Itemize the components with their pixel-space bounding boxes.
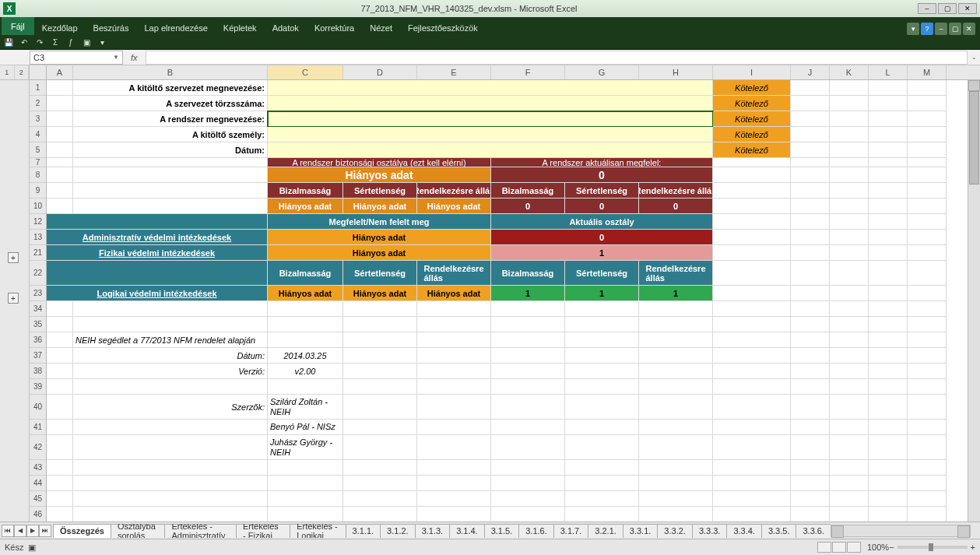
view-pagebreak-icon[interactable] bbox=[847, 542, 861, 553]
sheet-tab-10[interactable]: 3.1.6. bbox=[518, 524, 554, 538]
macro-record-icon[interactable]: ▣ bbox=[28, 543, 36, 553]
cell-J[interactable] bbox=[791, 332, 830, 348]
tab-nav-next-icon[interactable]: ▶ bbox=[26, 525, 39, 537]
cell-C[interactable]: Benyó Pál - NISz bbox=[268, 420, 343, 435]
mandatory-r3[interactable]: Kötelező bbox=[713, 111, 791, 127]
ribbon-minimize-icon[interactable]: ▾ bbox=[907, 23, 919, 35]
cell-L[interactable] bbox=[869, 379, 908, 395]
cell-A[interactable] bbox=[47, 167, 73, 183]
cell-M[interactable] bbox=[908, 507, 947, 522]
rowhead-1[interactable]: 1 bbox=[30, 80, 46, 96]
cell-C[interactable] bbox=[268, 460, 343, 476]
cell-H[interactable] bbox=[639, 348, 713, 364]
cell-M[interactable] bbox=[908, 348, 947, 364]
h-biz-r[interactable]: Bizalmasság bbox=[491, 183, 565, 198]
cell-L[interactable] bbox=[869, 80, 908, 96]
cell-K[interactable] bbox=[830, 507, 869, 522]
rowhead-21[interactable]: 21 bbox=[30, 245, 46, 261]
r23e[interactable]: Hiányos adat bbox=[417, 286, 491, 301]
rowhead-46[interactable]: 46 bbox=[30, 507, 46, 522]
cell-A[interactable] bbox=[47, 317, 73, 332]
name-box[interactable]: C3 ▼ bbox=[30, 51, 123, 65]
sec-zero-8[interactable]: 0 bbox=[491, 167, 713, 183]
cell-M[interactable] bbox=[908, 491, 947, 507]
colhead-F[interactable]: F bbox=[491, 65, 565, 79]
cell-F[interactable] bbox=[491, 301, 565, 317]
scroll-up-icon[interactable] bbox=[968, 80, 980, 91]
cell-M[interactable] bbox=[908, 96, 947, 111]
cell-K[interactable] bbox=[830, 183, 869, 198]
cell-J[interactable] bbox=[791, 317, 830, 332]
colhead-I[interactable]: I bbox=[713, 65, 791, 79]
sheet-tab-8[interactable]: 3.1.4. bbox=[449, 524, 485, 538]
cell-K[interactable] bbox=[830, 348, 869, 364]
mandatory-r5[interactable]: Kötelező bbox=[713, 142, 791, 158]
cell-E[interactable] bbox=[417, 420, 491, 435]
cell-K[interactable] bbox=[830, 286, 869, 301]
tab-pagelayout[interactable]: Lap elrendezése bbox=[136, 21, 215, 35]
save-icon[interactable]: 💾 bbox=[3, 37, 14, 47]
cell-J[interactable] bbox=[791, 80, 830, 96]
sheet-tab-11[interactable]: 3.1.7. bbox=[553, 524, 589, 538]
rowhead-8[interactable]: 8 bbox=[30, 167, 46, 183]
cell-H[interactable] bbox=[639, 420, 713, 435]
group-log[interactable]: Logikai védelmi intézkedések bbox=[47, 286, 268, 301]
cell-F[interactable] bbox=[491, 435, 565, 460]
cell-M[interactable] bbox=[908, 379, 947, 395]
rowhead-38[interactable]: 38 bbox=[30, 364, 46, 379]
cell-A[interactable] bbox=[47, 96, 73, 111]
cell-E[interactable] bbox=[417, 332, 491, 348]
cell-H[interactable] bbox=[639, 491, 713, 507]
rowhead-5[interactable]: 5 bbox=[30, 142, 46, 158]
minimize-button[interactable]: – bbox=[918, 3, 936, 14]
cell-F[interactable] bbox=[491, 460, 565, 476]
mandatory-r2[interactable]: Kötelező bbox=[713, 96, 791, 111]
h-sert-l[interactable]: Sértetlenség bbox=[343, 183, 417, 198]
sheet-tab-16[interactable]: 3.3.4. bbox=[726, 524, 762, 538]
cell-H[interactable] bbox=[639, 301, 713, 317]
colhead-E[interactable]: E bbox=[417, 65, 491, 79]
cell-M[interactable] bbox=[908, 80, 947, 96]
formula-input[interactable] bbox=[146, 51, 968, 65]
tab-home[interactable]: Kezdőlap bbox=[34, 21, 86, 35]
cell-B[interactable] bbox=[73, 420, 268, 435]
cell-L[interactable] bbox=[869, 230, 908, 245]
cell-I[interactable] bbox=[713, 214, 791, 230]
cell-L[interactable] bbox=[869, 96, 908, 111]
cell-M[interactable] bbox=[908, 261, 947, 286]
cell-A[interactable] bbox=[47, 332, 73, 348]
cell-M[interactable] bbox=[908, 183, 947, 198]
select-all-corner[interactable] bbox=[30, 65, 47, 79]
r21-fgh[interactable]: 1 bbox=[491, 245, 713, 261]
cell-I[interactable] bbox=[713, 435, 791, 460]
sheet-tab-14[interactable]: 3.3.2. bbox=[657, 524, 693, 538]
cell-I[interactable] bbox=[713, 491, 791, 507]
cell-K[interactable] bbox=[830, 127, 869, 142]
rowhead-35[interactable]: 35 bbox=[30, 317, 46, 332]
cell-K[interactable] bbox=[830, 491, 869, 507]
cell-J[interactable] bbox=[791, 142, 830, 158]
zoom-in-icon[interactable]: + bbox=[971, 543, 975, 552]
cell-D[interactable] bbox=[343, 491, 417, 507]
cell-C[interactable] bbox=[268, 301, 343, 317]
group-admin[interactable]: Adminisztratív védelmi intézkedések bbox=[47, 230, 268, 245]
h-biz-l[interactable]: Bizalmasság bbox=[268, 183, 343, 198]
name-box-dropdown-icon[interactable]: ▼ bbox=[113, 54, 119, 61]
cell-B[interactable] bbox=[73, 379, 268, 395]
cell-M[interactable] bbox=[908, 158, 947, 167]
cell-L[interactable] bbox=[869, 435, 908, 460]
h-rend-r[interactable]: Rendelkezésre állás bbox=[639, 183, 713, 198]
cell-M[interactable] bbox=[908, 214, 947, 230]
cell-K[interactable] bbox=[830, 158, 869, 167]
cell-I[interactable] bbox=[713, 476, 791, 491]
label-r4[interactable]: A kitöltő személy: bbox=[73, 127, 268, 142]
cell-K[interactable] bbox=[830, 379, 869, 395]
cell-A[interactable] bbox=[47, 460, 73, 476]
cell-D[interactable] bbox=[343, 317, 417, 332]
cell-J[interactable] bbox=[791, 230, 830, 245]
cell-M[interactable] bbox=[908, 460, 947, 476]
zoom-percent[interactable]: 100% bbox=[867, 543, 889, 552]
wb-close-icon[interactable]: ✕ bbox=[963, 23, 975, 35]
rowhead-10[interactable]: 10 bbox=[30, 198, 46, 214]
r22ab[interactable] bbox=[47, 261, 268, 286]
